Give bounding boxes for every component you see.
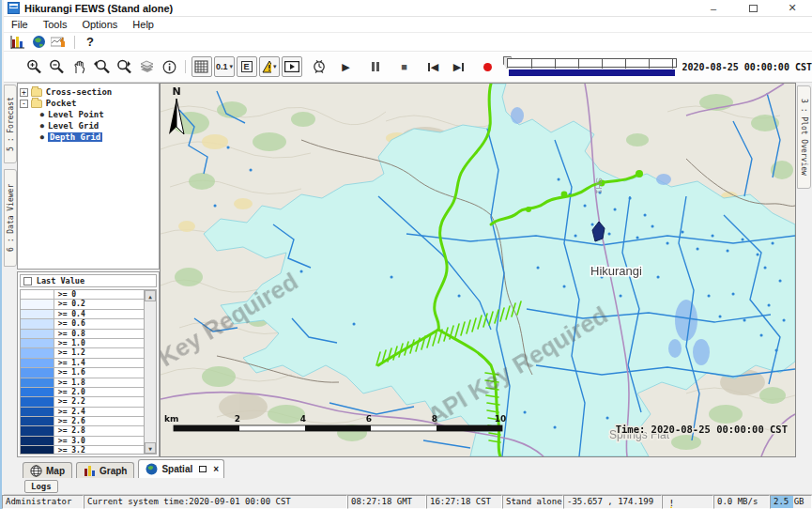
- legend-scrollbar[interactable]: ▲ ▼: [144, 290, 156, 454]
- legend-row: >= 1.8: [21, 378, 156, 388]
- tab-spatial[interactable]: Spatial ×: [138, 459, 224, 478]
- tab-forecast[interactable]: 5 : Forecast: [4, 85, 17, 163]
- logs-button[interactable]: Logs: [24, 480, 58, 493]
- time-toolbar: 0.1 ▾ E ▾ ▶ ■ ◀ ▶: [4, 52, 812, 83]
- display-settings-icon[interactable]: [49, 34, 69, 51]
- close-button[interactable]: ✕: [773, 0, 812, 17]
- logs-row: Logs: [4, 478, 812, 495]
- menu-tools[interactable]: Tools: [36, 19, 75, 30]
- tree-item-level-grid[interactable]: ● Level Grid: [33, 120, 157, 131]
- chevron-down-icon: ▾: [230, 63, 234, 70]
- bullet-icon: ●: [40, 111, 44, 118]
- help-icon[interactable]: ?: [80, 34, 100, 51]
- tree-item-level-point[interactable]: ● Level Point: [33, 109, 157, 120]
- status-memory[interactable]: 2.5 GB: [770, 495, 812, 509]
- time-slider[interactable]: [507, 56, 677, 77]
- zoom-previous-icon[interactable]: [91, 56, 112, 77]
- tab-plot-overview[interactable]: 3 : Plot Overview: [797, 85, 811, 189]
- legend-row: >= 2.2: [21, 397, 156, 407]
- menu-options[interactable]: Options: [74, 19, 125, 30]
- zoom-in-icon[interactable]: [23, 56, 44, 77]
- map-canvas[interactable]: API Key Required API Key Required Hikura…: [160, 83, 796, 457]
- tab-close-icon[interactable]: ×: [213, 464, 219, 474]
- tree-item-pocket[interactable]: - Pocket: [20, 98, 157, 109]
- menu-file[interactable]: File: [4, 19, 36, 30]
- zoom-out-icon[interactable]: [46, 56, 67, 77]
- status-mode: Stand alone: [502, 495, 563, 509]
- step-to-end-button[interactable]: ▶: [449, 56, 469, 77]
- selected-layer: Depth Grid: [48, 132, 102, 142]
- tree-item-depth-grid[interactable]: ● Depth Grid: [33, 131, 157, 143]
- checkbox-icon[interactable]: [23, 277, 32, 285]
- database-chart-icon[interactable]: [8, 34, 28, 51]
- legend-row: >= 3.2: [21, 446, 156, 455]
- labels-toggle-button[interactable]: E: [237, 56, 257, 77]
- layers-panel: + Cross-section - Pocket ● Level Point ●…: [17, 83, 160, 457]
- menu-help[interactable]: Help: [125, 19, 161, 30]
- layers-icon[interactable]: [136, 56, 157, 77]
- map-time-label: Time: 2020-08-25 00:00:00 CST: [616, 424, 788, 435]
- bar-chart-icon: [84, 465, 96, 476]
- earth-icon: [146, 463, 158, 475]
- maximize-button[interactable]: [733, 0, 773, 17]
- layer-tree: + Cross-section - Pocket ● Level Point ●…: [17, 83, 160, 270]
- scroll-down-icon[interactable]: ▼: [145, 442, 156, 454]
- svg-text:4: 4: [300, 414, 306, 424]
- step-end-icon: ▶: [453, 62, 464, 72]
- legend-row: >= 2.6: [21, 417, 156, 426]
- pause-icon: [372, 62, 379, 71]
- svg-text:6: 6: [366, 414, 372, 424]
- globe-grid-icon: [30, 465, 42, 477]
- bottom-tab-bar: Map Graph Spatial ×: [4, 457, 812, 478]
- tree-item-cross-section[interactable]: + Cross-section: [20, 86, 157, 98]
- legend-row: >= 3.0: [21, 437, 156, 446]
- svg-text:10: 10: [495, 414, 507, 424]
- step-to-start-button[interactable]: ◀: [423, 56, 444, 77]
- pan-icon[interactable]: [69, 56, 89, 77]
- warning-icon: [666, 497, 677, 509]
- animation-window-button[interactable]: [282, 56, 302, 77]
- svg-text:N: N: [173, 85, 181, 98]
- contour-interval-dropdown[interactable]: 0.1 ▾: [214, 56, 235, 77]
- tab-data-viewer[interactable]: 6 : Data Viewer: [4, 169, 17, 267]
- expand-icon[interactable]: +: [20, 88, 28, 97]
- legend-row: >= 0.4: [21, 310, 156, 319]
- legend-row: >= 1.0: [21, 339, 156, 348]
- status-bar: Administrator Current system time:2020-0…: [2, 495, 812, 509]
- stop-button[interactable]: ■: [394, 56, 415, 77]
- collapse-icon[interactable]: -: [20, 100, 28, 108]
- legend-row: >= 0.2: [21, 300, 156, 309]
- legend-row: >= 2.0: [21, 388, 156, 397]
- status-warning-cell[interactable]: [662, 495, 713, 509]
- zoom-next-icon[interactable]: [114, 56, 134, 77]
- status-system-time: Current system time:2020-09-01 00:00 CST: [84, 495, 347, 509]
- play-button[interactable]: ▶: [336, 56, 357, 77]
- legend-row: >= 2.8: [21, 426, 156, 436]
- tab-map[interactable]: Map: [23, 462, 72, 478]
- svg-text:km: km: [164, 414, 178, 424]
- main-toolbar: ?: [4, 33, 812, 52]
- grid-display-button[interactable]: [192, 56, 212, 77]
- record-icon: [483, 63, 492, 71]
- tab-maximize-icon[interactable]: [199, 464, 207, 474]
- status-transfer-rate: 0.0 MB/s: [713, 495, 770, 509]
- pause-button[interactable]: [365, 56, 386, 77]
- status-local-time: 16:27:18 CST: [426, 495, 502, 509]
- window-title: Hikurangi FEWS (Stand alone): [24, 3, 173, 14]
- time-span-bar: [509, 69, 675, 76]
- info-icon[interactable]: [159, 56, 179, 77]
- time-slider-track[interactable]: [507, 58, 677, 68]
- record-button[interactable]: [478, 56, 498, 77]
- warnings-dropdown[interactable]: ▾: [259, 56, 280, 77]
- animation-timer-icon[interactable]: [309, 56, 329, 77]
- town-label: Hikurangi: [590, 264, 642, 278]
- tab-graph[interactable]: Graph: [76, 462, 134, 478]
- status-coordinates: -35.657 , 174.199: [563, 495, 662, 509]
- map-globe-icon[interactable]: [28, 34, 49, 51]
- scroll-up-icon[interactable]: ▲: [145, 290, 156, 301]
- minimize-button[interactable]: –: [694, 0, 733, 17]
- left-dock-strip: 5 : Forecast 6 : Data Viewer: [4, 83, 17, 457]
- folder-icon: [31, 100, 42, 108]
- title-bar[interactable]: Hikurangi FEWS (Stand alone) – ✕: [4, 0, 812, 17]
- last-value-toggle[interactable]: Last Value: [20, 274, 157, 287]
